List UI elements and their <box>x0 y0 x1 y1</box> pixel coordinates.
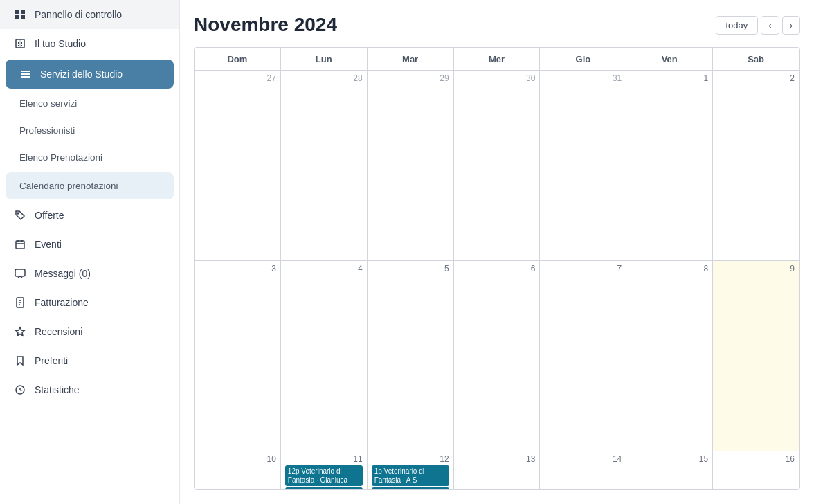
sidebar-item-label-professionisti: Professionisti <box>19 125 75 136</box>
day-number: 31 <box>544 73 622 83</box>
sidebar-item-statistiche[interactable]: Statistiche <box>0 375 179 404</box>
svg-marker-23 <box>16 327 24 336</box>
offerte-icon <box>14 209 26 222</box>
day-header-mer: Mer <box>454 48 541 70</box>
day-number: 29 <box>372 73 449 83</box>
day-number: 30 <box>458 73 536 83</box>
sidebar-item-label-fatturazione: Fatturazione <box>35 297 89 308</box>
sidebar-item-label-elenco-servizi: Elenco servizi <box>19 98 77 109</box>
calendar-grid: DomLunMarMerGioVenSab2728293031123456789… <box>194 47 800 490</box>
sidebar-item-pannello[interactable]: Pannello di controllo <box>0 0 179 29</box>
studio-icon <box>14 37 26 50</box>
sidebar-item-fatturazione[interactable]: Fatturazione <box>0 288 179 317</box>
sidebar-item-studio[interactable]: Il tuo Studio <box>0 29 179 58</box>
sidebar-item-recensioni[interactable]: Recensioni <box>0 317 179 346</box>
cal-day-1-6[interactable]: 9 <box>713 260 799 451</box>
svg-rect-18 <box>15 269 25 276</box>
day-header-gio: Gio <box>540 48 626 70</box>
day-number: 16 <box>717 454 795 464</box>
cal-day-0-4[interactable]: 31 <box>540 70 626 260</box>
cal-day-2-1[interactable]: 1112p Veterinario di Fantasia · Gianluca… <box>281 451 368 490</box>
cal-day-1-1[interactable]: 4 <box>281 260 368 451</box>
cal-day-0-3[interactable]: 30 <box>454 70 541 260</box>
day-number: 9 <box>717 264 795 273</box>
svg-rect-0 <box>15 10 19 14</box>
svg-rect-7 <box>18 45 19 46</box>
cal-day-0-0[interactable]: 27 <box>195 70 281 260</box>
eventi-icon <box>14 238 26 251</box>
sidebar-item-eventi[interactable]: Eventi <box>0 230 179 259</box>
day-header-sab: Sab <box>713 48 799 70</box>
event-2-2-1[interactable]: 1p Veterinario di Fantasia · Aaa Aaa <box>372 487 449 490</box>
event-2-1-1[interactable]: 12p Veterinario di Fantasia · Test Test <box>285 487 363 490</box>
sidebar-item-label-studio: Il tuo Studio <box>35 38 86 49</box>
sidebar-item-label-statistiche: Statistiche <box>35 384 80 395</box>
cal-day-2-3[interactable]: 13 <box>454 451 541 490</box>
cal-day-1-3[interactable]: 6 <box>454 260 541 451</box>
recensioni-icon <box>14 325 26 338</box>
sidebar-item-elenco-servizi[interactable]: Elenco servizi <box>0 90 179 117</box>
calendar-header: Novembre 2024 today ‹ › <box>194 14 800 36</box>
day-number: 3 <box>199 264 276 273</box>
sidebar-item-label-offerte: Offerte <box>35 210 64 221</box>
cal-day-2-6[interactable]: 16 <box>713 451 799 490</box>
sidebar-item-label-recensioni: Recensioni <box>35 326 82 337</box>
svg-rect-3 <box>21 15 25 19</box>
sidebar-item-label-elenco-prenotazioni: Elenco Prenotazioni <box>19 152 102 163</box>
main-content: Novembre 2024 today ‹ › DomLunMarMerGioV… <box>180 0 814 504</box>
sidebar-item-label-preferiti: Preferiti <box>35 355 68 366</box>
statistiche-icon <box>14 384 26 396</box>
cal-day-1-4[interactable]: 7 <box>540 260 626 451</box>
cal-day-2-4[interactable]: 14 <box>540 451 626 490</box>
day-number: 27 <box>199 73 276 83</box>
next-button[interactable]: › <box>782 16 800 35</box>
event-2-1-0[interactable]: 12p Veterinario di Fantasia · Gianluca <box>285 465 363 486</box>
day-number: 6 <box>458 264 536 273</box>
sidebar: Pannello di controlloIl tuo StudioServiz… <box>0 0 180 504</box>
svg-rect-10 <box>21 71 30 72</box>
event-2-2-0[interactable]: 1p Veterinario di Fantasia · A S <box>372 465 449 486</box>
cal-day-1-2[interactable]: 5 <box>368 260 454 451</box>
sidebar-item-servizi[interactable]: Servizi dello Studio <box>6 60 174 89</box>
cal-day-2-0[interactable]: 10 <box>195 451 281 490</box>
sidebar-item-label-pannello: Pannello di controllo <box>35 9 122 20</box>
svg-rect-2 <box>15 15 19 19</box>
sidebar-item-label-calendario: Calendario prenotazioni <box>19 181 118 191</box>
day-number: 11 <box>285 454 363 464</box>
cal-day-1-5[interactable]: 8 <box>626 260 713 451</box>
sidebar-item-offerte[interactable]: Offerte <box>0 201 179 230</box>
svg-rect-8 <box>21 45 22 46</box>
sidebar-item-label-messaggi: Messaggi (0) <box>35 268 91 279</box>
calendar-title: Novembre 2024 <box>194 14 337 36</box>
day-number: 7 <box>544 264 622 273</box>
cal-day-2-2[interactable]: 121p Veterinario di Fantasia · A S1p Vet… <box>368 451 454 490</box>
day-number: 5 <box>372 264 449 273</box>
day-number: 28 <box>285 73 363 83</box>
today-button[interactable]: today <box>716 16 759 35</box>
sidebar-item-label-eventi: Eventi <box>35 239 62 250</box>
fatturazione-icon <box>14 296 26 309</box>
day-header-mar: Mar <box>368 48 454 70</box>
calendar-days: DomLunMarMerGioVenSab2728293031123456789… <box>195 48 799 490</box>
cal-day-0-2[interactable]: 29 <box>368 70 454 260</box>
sidebar-item-preferiti[interactable]: Preferiti <box>0 346 179 375</box>
svg-rect-6 <box>21 42 22 44</box>
servizi-icon <box>19 68 32 80</box>
day-number: 15 <box>631 454 708 464</box>
sidebar-item-elenco-prenotazioni[interactable]: Elenco Prenotazioni <box>0 144 179 171</box>
cal-day-2-5[interactable]: 15 <box>626 451 713 490</box>
day-header-ven: Ven <box>626 48 713 70</box>
sidebar-item-professionisti[interactable]: Professionisti <box>0 117 179 144</box>
svg-rect-14 <box>16 241 24 249</box>
svg-rect-12 <box>21 76 30 78</box>
cal-day-0-1[interactable]: 28 <box>281 70 368 260</box>
day-header-dom: Dom <box>195 48 281 70</box>
sidebar-item-messaggi[interactable]: Messaggi (0) <box>0 259 179 288</box>
prev-button[interactable]: ‹ <box>761 16 779 35</box>
sidebar-item-calendario[interactable]: Calendario prenotazioni <box>6 172 174 199</box>
day-number: 4 <box>285 264 363 273</box>
cal-day-0-5[interactable]: 1 <box>626 70 713 260</box>
cal-day-0-6[interactable]: 2 <box>713 70 799 260</box>
cal-day-1-0[interactable]: 3 <box>195 260 281 451</box>
pannello-icon <box>14 8 26 21</box>
